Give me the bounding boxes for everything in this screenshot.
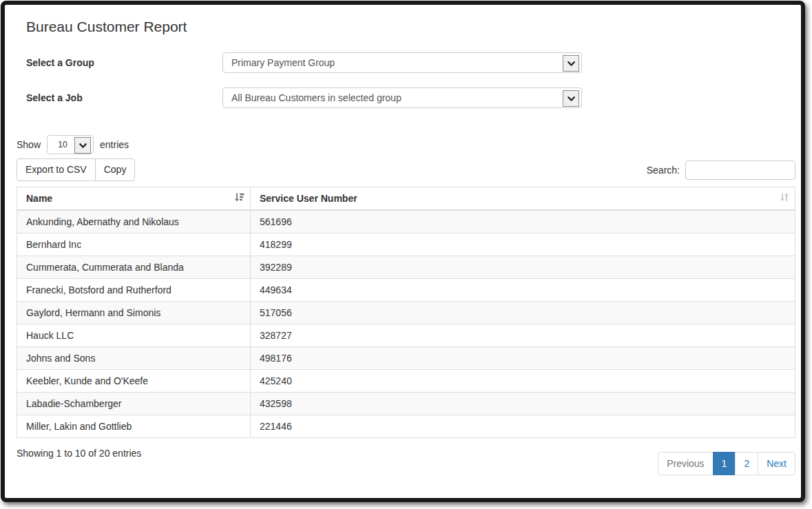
pagination-next[interactable]: Next <box>758 452 795 475</box>
page-title: Bureau Customer Report <box>26 17 795 37</box>
sort-amount-icon <box>234 192 244 205</box>
page-length-select[interactable]: 10 <box>47 135 94 154</box>
search-label: Search: <box>647 165 680 176</box>
search-area: Search: <box>647 160 795 180</box>
group-select[interactable]: Primary Payment Group <box>222 52 582 73</box>
export-button-group: Export to CSV Copy <box>17 158 135 181</box>
job-select-value: All Bureau Customers in selected group <box>231 92 402 103</box>
export-csv-button[interactable]: Export to CSV <box>17 158 96 181</box>
chevron-down-icon[interactable] <box>74 137 91 154</box>
table-row[interactable]: Cummerata, Cummerata and Blanda392289 <box>17 256 795 279</box>
group-select-value: Primary Payment Group <box>231 57 335 68</box>
job-form-row: Select a Job All Bureau Customers in sel… <box>17 87 795 108</box>
show-label: Show <box>17 139 41 150</box>
table-row[interactable]: Miller, Lakin and Gottlieb221446 <box>17 415 795 438</box>
table-info: Showing 1 to 10 of 20 entries <box>17 438 141 459</box>
sort-both-icon <box>780 192 789 205</box>
column-header-service-user-number[interactable]: Service User Number <box>251 187 795 211</box>
bureau-customers-table: Name Service User Number <box>17 187 795 438</box>
table-row[interactable]: Keebler, Kunde and O'Keefe425240 <box>17 370 795 393</box>
entries-label: entries <box>100 139 129 150</box>
table-row[interactable]: Johns and Sons498176 <box>17 347 795 370</box>
column-header-name[interactable]: Name <box>17 187 251 211</box>
job-select[interactable]: All Bureau Customers in selected group <box>222 87 582 108</box>
table-row[interactable]: Hauck LLC328727 <box>17 324 795 347</box>
table-row[interactable]: Ankunding, Abernathy and Nikolaus561696 <box>17 210 795 233</box>
pagination-page-1[interactable]: 1 <box>713 452 736 475</box>
page-length-row: Show 10 entries <box>17 135 795 154</box>
chevron-down-icon[interactable] <box>563 55 579 72</box>
table-row[interactable]: Labadie-Schamberger432598 <box>17 393 795 415</box>
table-header-row: Name Service User Number <box>17 187 795 211</box>
copy-button[interactable]: Copy <box>95 158 136 181</box>
toolbar-row: Export to CSV Copy Search: <box>17 158 795 181</box>
table-row[interactable]: Gaylord, Hermann and Simonis517056 <box>17 302 795 324</box>
search-input[interactable] <box>685 160 795 180</box>
group-form-row: Select a Group Primary Payment Group <box>17 52 795 73</box>
group-label: Select a Group <box>26 57 222 68</box>
pagination: Previous 1 2 Next <box>658 452 795 475</box>
pagination-page-2[interactable]: 2 <box>735 452 758 475</box>
page-content: Bureau Customer Report Select a Group Pr… <box>5 5 801 475</box>
table-row[interactable]: Franecki, Botsford and Rutherford449634 <box>17 279 795 302</box>
table-footer-row: Showing 1 to 10 of 20 entries Previous 1… <box>17 438 795 475</box>
table-row[interactable]: Bernhard Inc418299 <box>17 233 795 256</box>
window-frame: Bureau Customer Report Select a Group Pr… <box>1 1 805 502</box>
pagination-previous[interactable]: Previous <box>658 452 713 475</box>
job-label: Select a Job <box>26 92 222 103</box>
chevron-down-icon[interactable] <box>563 90 579 107</box>
